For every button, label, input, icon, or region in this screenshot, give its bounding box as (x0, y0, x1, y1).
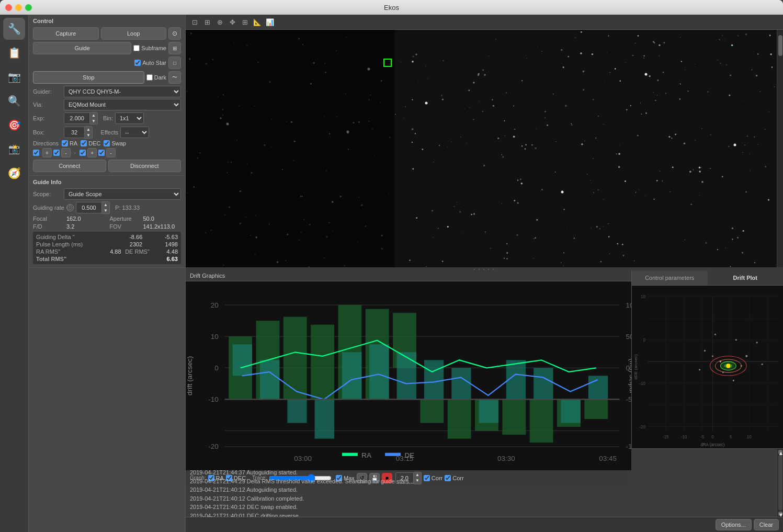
box-down[interactable]: ▼ (85, 132, 92, 138)
zoom-fit-btn[interactable]: ⊡ (189, 16, 200, 28)
bottom-area: Drift Graphics (186, 270, 783, 448)
svg-point-84 (720, 361, 721, 363)
subframe-icon[interactable]: ⊞ (168, 42, 181, 54)
star-selection-box (383, 59, 392, 67)
svg-text:DE: DE (405, 451, 415, 459)
rms-row: RA RMS" 4.88 DE RMS" 4.48 (36, 248, 178, 255)
histogram-btn[interactable]: 📊 (264, 16, 276, 28)
dec-minus-btn[interactable]: - (106, 148, 116, 157)
pan-btn[interactable]: ✥ (226, 16, 238, 28)
dark-check[interactable] (146, 74, 153, 81)
sidebar-item-camera2[interactable]: 📸 (3, 138, 25, 160)
close-button[interactable] (5, 4, 12, 11)
svg-point-80 (714, 334, 716, 335)
window-controls[interactable] (5, 4, 32, 11)
image-toolbar: ⊡ ⊞ ⊕ ✥ ⊞ 📐 📊 (186, 15, 783, 30)
log-scroll-down[interactable]: ▼ (778, 512, 782, 516)
sidebar-item-notebook[interactable]: 📋 (3, 42, 25, 64)
drift-plot-svg: 10 0 -10 -20 -15 -10 -5 0 5 10 (632, 286, 783, 448)
scope-label: Scope: (33, 191, 62, 197)
swap-label: Swap (104, 140, 126, 146)
box-input[interactable] (64, 127, 85, 138)
scope-select[interactable]: Guide Scope (64, 188, 181, 200)
svg-text:03:30: 03:30 (497, 455, 515, 462)
bin-select[interactable]: 1x1 (115, 112, 144, 124)
autostar-check[interactable] (134, 60, 141, 66)
guider-select[interactable]: QHY CCD QHY5-M- (64, 86, 181, 97)
directions-row: Directions RA DEC Swap (33, 140, 181, 146)
de-rms-value: 4.48 (150, 248, 178, 255)
maximize-button[interactable] (25, 4, 32, 11)
box-up[interactable]: ▲ (85, 127, 92, 132)
subframe-check[interactable] (133, 45, 140, 51)
swap-check[interactable] (104, 140, 110, 146)
pm-ra-minus-check-label (53, 150, 60, 156)
dec-plus-btn[interactable]: + (87, 148, 97, 157)
svg-rect-36 (315, 399, 334, 438)
loop-icon[interactable]: ⊙ (168, 27, 181, 40)
sidebar-item-target[interactable]: 🎯 (3, 114, 25, 136)
tab-drift-plot[interactable]: Drift Plot (708, 270, 784, 285)
via-select[interactable]: EQMod Mount (64, 99, 181, 110)
stop-button[interactable]: Stop (33, 71, 144, 84)
directions-label: Directions (33, 140, 59, 146)
options-button[interactable]: Options... (716, 519, 752, 530)
dec-dir-check[interactable] (81, 140, 87, 146)
image-scrollbar-v[interactable] (777, 30, 783, 267)
info-badge[interactable]: ⓘ (66, 204, 74, 211)
capture-button[interactable]: Capture (33, 27, 99, 40)
svg-point-87 (726, 364, 730, 368)
ra-minus-btn[interactable]: - (61, 148, 71, 157)
exp-down[interactable]: ▼ (90, 118, 97, 124)
connect-button[interactable]: Connect (33, 160, 106, 172)
sidebar-item-search[interactable]: 🔍 (3, 90, 25, 112)
svg-text:1000: 1000 (626, 301, 631, 309)
via-row: Via: EQMod Mount (33, 99, 181, 110)
guiding-rate-input[interactable] (76, 202, 102, 213)
sidebar-item-compass[interactable]: 🧭 (3, 162, 25, 184)
guiding-delta-row: Guiding Delta " -8.66 -5.63 (36, 234, 178, 240)
effects-select[interactable]: -- (120, 127, 149, 138)
guiding-delta-ra: -8.66 (107, 234, 143, 240)
exp-input[interactable] (64, 112, 90, 124)
svg-text:RA: RA (361, 451, 371, 459)
pm-dec-minus-check[interactable] (98, 150, 105, 156)
sidebar-item-camera[interactable]: 📷 (3, 66, 25, 88)
clear-button[interactable]: Clear (754, 519, 779, 530)
rate-down[interactable]: ▼ (102, 208, 109, 213)
wave-icon[interactable]: 〜 (168, 71, 181, 84)
svg-text:20: 20 (211, 301, 219, 309)
svg-rect-27 (448, 399, 471, 438)
measure-btn[interactable]: 📐 (252, 16, 263, 28)
log-scroll-thumb (778, 455, 782, 511)
log-scroll-up[interactable]: ▲ (778, 450, 782, 454)
zoom-in-btn[interactable]: ⊕ (214, 16, 225, 28)
sidebar-item-wrench[interactable]: 🔧 (3, 18, 25, 40)
minimize-button[interactable] (15, 4, 22, 11)
loop-button[interactable]: Loop (101, 27, 167, 40)
guide-button[interactable]: Guide (33, 42, 131, 54)
zoom-1to1-btn[interactable]: ⊞ (201, 16, 213, 28)
grid-btn[interactable]: ⊞ (239, 16, 251, 28)
compass-icon: 🧭 (8, 167, 21, 179)
image-scroll-thumb (778, 35, 782, 56)
svg-text:03:45: 03:45 (599, 455, 617, 462)
ra-plus-btn[interactable]: + (42, 148, 52, 157)
effects-label: Effects (95, 129, 118, 135)
pm-dec-check[interactable] (80, 150, 86, 156)
rate-up[interactable]: ▲ (102, 202, 109, 208)
disconnect-button[interactable]: Disconnect (108, 160, 181, 172)
autostar-icon[interactable]: □ (168, 56, 181, 69)
pm-ra-minus-check[interactable] (53, 150, 60, 156)
guide-info-title: Guide Info (33, 179, 181, 185)
svg-rect-22 (311, 325, 334, 400)
right-panel: Control parameters Drift Plot (631, 270, 783, 448)
tab-control-params[interactable]: Control parameters (632, 270, 708, 285)
exp-up[interactable]: ▲ (90, 112, 97, 118)
title-bar: Ekos (0, 0, 783, 15)
svg-rect-54 (385, 453, 401, 456)
svg-text:drift (arcsec): drift (arcsec) (186, 356, 194, 395)
pm-ra-check[interactable] (33, 150, 39, 156)
log-scrollbar[interactable]: ▲ ▼ (777, 449, 783, 517)
ra-dir-check[interactable] (62, 140, 68, 146)
